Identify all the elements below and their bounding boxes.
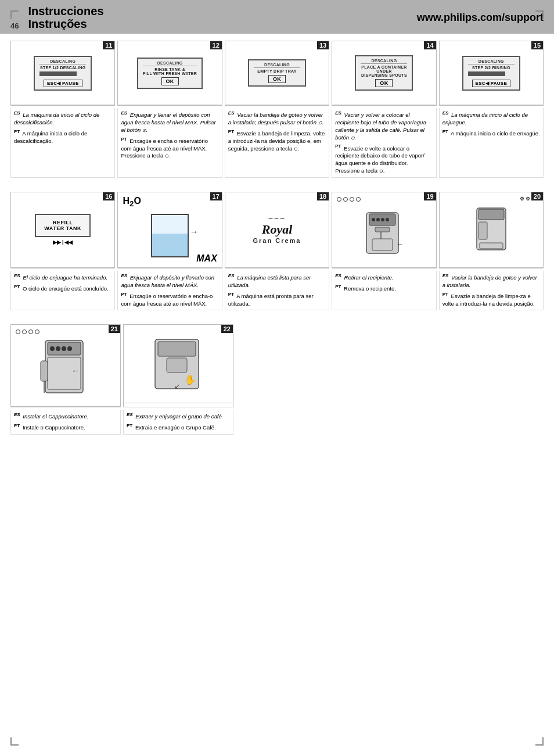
dot-21-4: [35, 329, 39, 334]
svg-point-19: [62, 346, 66, 351]
step-11-img: 11 DESCALING STEP 1/2 DESCALING ESC◀ PAU…: [11, 41, 114, 105]
desc-15: ES La máquina da inicio al ciclo de enju…: [439, 108, 544, 178]
ok-btn-14[interactable]: OK: [375, 79, 393, 87]
svg-rect-26: [158, 342, 196, 356]
dot-21-2: [22, 329, 27, 334]
steps-row-3: 21: [10, 324, 544, 407]
dot-2: [343, 197, 348, 202]
svg-point-18: [56, 346, 60, 351]
header: 46 Instrucciones Instruções www.philips.…: [0, 0, 554, 34]
svg-point-3: [376, 218, 380, 221]
svg-rect-22: [41, 361, 48, 381]
wavy-line: 〜〜〜: [253, 216, 301, 222]
desc-21-pt: PT Instale o Cappuccinatore.: [14, 423, 117, 432]
step-15-img: 15 DESCALING STEP 2/2 RINSING ESC◀ PAUSE: [440, 41, 543, 105]
svg-rect-12: [479, 222, 487, 239]
step-20-img: 20 ⚙ ⚙ ↓: [440, 192, 543, 268]
desc-17-pt: PT Enxagúe o reservatório e encha-o com …: [121, 292, 218, 308]
royal-brand-text: Royal: [253, 222, 301, 237]
esc-btn-11[interactable]: ESC◀ PAUSE: [44, 80, 82, 87]
desc-12-es: ES Enjuagar y llenar el depósito con agu…: [121, 110, 218, 134]
desc-13-pt: PT Esvazie a bandeja de limpeza, volte a…: [228, 129, 326, 153]
step-17-num: 17: [210, 192, 222, 200]
svg-point-5: [386, 218, 389, 221]
desc-22-pt: PT Extraia e enxagúe o Grupo Café.: [127, 423, 230, 432]
gear-icon-1: ⚙: [520, 196, 524, 202]
svg-text:←: ←: [71, 366, 80, 375]
dot-21-3: [28, 329, 33, 334]
desc-19-es: ES Retirar el recipiente.: [335, 273, 433, 282]
step-19-img: 19: [332, 192, 436, 268]
desc-18: ES La máquina está lista para ser utiliz…: [225, 271, 329, 311]
step-16-arrows: ▶▶ | ◀◀: [53, 239, 73, 245]
dot-1: [337, 197, 341, 202]
step-21-cell: 21: [10, 324, 121, 407]
steps-row-1: 11 DESCALING STEP 1/2 DESCALING ESC◀ PAU…: [10, 41, 544, 106]
svg-rect-27: [167, 358, 187, 372]
corner-tr: [535, 10, 544, 19]
step-19-cell: 19: [332, 192, 436, 268]
forward-arrow-icon: ▶▶: [53, 239, 61, 245]
step-13-img: 13 DESCALING EMPTY DRIP TRAY OK: [225, 41, 329, 105]
desc-14-pt: PT Esvazie e volte a colocar o recipient…: [335, 144, 433, 174]
corner-br: [535, 737, 544, 746]
step-15-num: 15: [531, 41, 543, 49]
step-11-cell: 11 DESCALING STEP 1/2 DESCALING ESC◀ PAU…: [10, 41, 115, 106]
desc-row-2: ES El ciclo de enjuague ha terminado. PT…: [10, 271, 544, 311]
step-16-img: 16 REFILL WATER TANK ▶▶ | ◀◀: [11, 192, 114, 268]
step-12-cell: 12 DESCALING RINSE TANK & FILL WITH FRES…: [117, 41, 222, 106]
water-tank-shape: →: [151, 214, 189, 257]
desc-21: ES Instalar el Cappuccinatore. PT Instal…: [10, 410, 121, 435]
ok-btn-13[interactable]: OK: [268, 75, 286, 83]
svg-rect-8: [372, 239, 393, 250]
back-arrow-icon: ◀◀: [64, 239, 73, 245]
step-13-cell: 13 DESCALING EMPTY DRIP TRAY OK: [225, 41, 329, 106]
esc-btn-15[interactable]: ESC◀ PAUSE: [472, 80, 511, 87]
desc-12: ES Enjuagar y llenar el depósito con agu…: [117, 108, 222, 178]
dot-3: [350, 197, 354, 202]
desc-18-es: ES La máquina está lista para ser utiliz…: [228, 273, 326, 289]
svg-rect-11: [479, 209, 504, 220]
step-13-display: DESCALING EMPTY DRIP TRAY OK: [248, 59, 306, 87]
step-22-num: 22: [221, 325, 233, 333]
svg-text:←: ←: [397, 240, 404, 248]
step-15-cell: 15 DESCALING STEP 2/2 RINSING ESC◀ PAUSE: [439, 41, 544, 106]
dot-4: [356, 197, 361, 202]
step-13-num: 13: [317, 41, 329, 49]
ok-btn-12[interactable]: OK: [161, 77, 179, 85]
desc-11-pt: PT A máquina inicia o ciclo de descalcif…: [14, 129, 111, 145]
step-18-num: 18: [317, 192, 329, 200]
water-level: [152, 234, 188, 256]
desc-14: ES Vaciar y volver a colocar el recipien…: [332, 108, 436, 178]
desc-15-pt: PT A máquina inicia o ciclo de enxagúe.: [443, 129, 540, 138]
step-12-num: 12: [210, 41, 222, 49]
gran-crema-text: Gran Crema: [253, 237, 301, 244]
desc-19-pt: PT Remova o recipiente.: [335, 284, 433, 293]
desc-22-es: ES Extraer y enjuagar el grupo de café.: [127, 412, 230, 421]
desc-row-3: ES Instalar el Cappuccinatore. PT Instal…: [10, 410, 544, 435]
step-18-img: 18 〜〜〜 Royal Gran Crema: [225, 192, 329, 268]
step-21-img: 21: [11, 325, 120, 407]
svg-point-17: [50, 346, 55, 351]
step-14-display: DESCALING PLACE A CONTAINER UNDER DISPEN…: [355, 55, 413, 91]
step-15-display: DESCALING STEP 2/2 RINSING ESC◀ PAUSE: [462, 56, 520, 91]
svg-rect-14: [480, 243, 503, 249]
refill-line2: WATER TANK: [44, 225, 81, 231]
machine-19-svg: ←: [361, 207, 407, 259]
desc-16-pt: PT O ciclo de enxagúe está concluído.: [14, 284, 111, 293]
desc-22: ES Extraer y enjuagar el grupo de café. …: [123, 410, 233, 435]
step-11-num: 11: [103, 41, 114, 49]
desc-row-1: ES La máquina da inicio al ciclo de desc…: [10, 108, 544, 178]
h2o-label: H2O: [123, 196, 141, 208]
desc-17: ES Enjuagar el depósito y llenarlo con a…: [117, 271, 222, 311]
step-20-cell: 20 ⚙ ⚙ ↓: [439, 192, 544, 268]
desc-14-es: ES Vaciar y volver a colocar el recipien…: [335, 110, 433, 141]
group-extract-svg: ↙ ✋: [152, 334, 204, 397]
corner-tl: [10, 10, 19, 19]
water-arrow-icon: →: [190, 227, 198, 237]
svg-point-4: [381, 218, 384, 221]
machine-20-svg: ↓: [468, 203, 515, 256]
dot-21-1: [16, 329, 20, 334]
corner-bl: [10, 737, 19, 746]
svg-point-2: [372, 218, 375, 221]
